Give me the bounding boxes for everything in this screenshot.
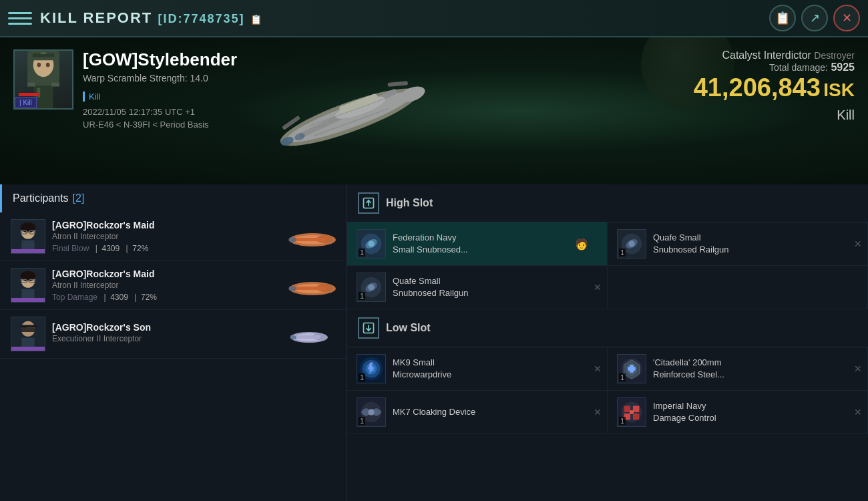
slot-close-btn-cloak[interactable]: ✕ <box>594 407 602 418</box>
slot-close-btn-3[interactable]: ✕ <box>594 282 602 293</box>
slot-icon-dmgctrl: 1 <box>617 397 646 427</box>
bottom-section: Participants [2] <box>0 184 868 501</box>
slot-icon-mwd: 1 <box>357 354 386 383</box>
participant-ship-img-1 <box>276 220 336 253</box>
svg-rect-50 <box>20 325 36 328</box>
slot-icon-2: 1 <box>617 229 646 259</box>
participant-info-1: [AGRO]Rockzor's Maid Atron II Intercepto… <box>52 220 276 253</box>
high-slot-header: High Slot <box>347 184 868 222</box>
svg-point-56 <box>290 335 296 339</box>
kill-type: Kill <box>694 108 855 123</box>
participants-label: Participants <box>13 192 69 204</box>
svg-rect-20 <box>27 83 35 87</box>
slot-icon-citadella: 1 <box>617 354 646 383</box>
health-bar <box>19 93 39 96</box>
slot-icon-cloak: 1 <box>357 397 386 427</box>
close-button[interactable]: ✕ <box>833 5 860 31</box>
pilot-icon: 🧑 <box>575 238 588 251</box>
svg-rect-21 <box>51 83 59 87</box>
low-slot-item-4[interactable]: 1 Imperial NavyDamage Control ✕ <box>608 391 868 434</box>
participant-ship: Atron II Interceptor <box>52 232 276 241</box>
header-title: KILL REPORT [ID:7748735] 📋 <box>40 9 769 27</box>
slot-item-name-1: Federation NavySmall Snubnosed... <box>393 232 468 256</box>
kill-id: [ID:7748735] <box>158 12 244 25</box>
isk-value: 41,206,843 <box>694 73 821 102</box>
isk-label: ISK <box>823 79 855 100</box>
rank-bar <box>11 298 45 302</box>
participant-name: [AGRO]Rockzor's Son <box>52 322 276 333</box>
svg-point-33 <box>288 237 296 242</box>
participant-ship-img-3 <box>276 317 336 351</box>
high-slot-item-2[interactable]: 1 Quafe SmallSnubnosed Railgun ✕ <box>608 222 868 266</box>
participant-info-3: [AGRO]Rockzor's Son Executioner II Inter… <box>52 322 276 346</box>
pilot-avatar: | Kill <box>13 49 73 110</box>
slot-close-btn-2[interactable]: ✕ <box>854 238 862 249</box>
svg-rect-93 <box>630 410 634 414</box>
kill-badge: | Kill <box>15 97 37 108</box>
slot-item-name-2: Quafe SmallSnubnosed Railgun <box>653 232 728 256</box>
ship-type: Destroyer <box>814 50 855 61</box>
svg-rect-18 <box>34 86 53 108</box>
hero-right: Catalyst Interdictor Destroyer Total dam… <box>694 49 855 123</box>
low-slot-item-1[interactable]: 1 MK9 SmallMicrowarpdrive ✕ <box>347 347 608 391</box>
low-slot-icon <box>358 317 379 339</box>
high-slot-label: High Slot <box>386 197 433 209</box>
hero-section: | Kill [GOW]Stylebender Warp Scramble St… <box>0 37 868 184</box>
rank-bar <box>11 249 45 253</box>
participant-ship: Atron II Interceptor <box>52 281 276 290</box>
svg-rect-92 <box>633 413 640 420</box>
svg-point-66 <box>628 240 635 247</box>
participant-avatar-1 <box>11 219 45 254</box>
svg-point-16 <box>37 63 41 67</box>
svg-rect-83 <box>628 367 635 371</box>
high-slot-grid: 1 Federation NavySmall Snubnosed... 🧑 1 … <box>347 222 868 309</box>
low-slot-item-2[interactable]: 1 'Citadella' 200mmReinforced Steel... ✕ <box>608 347 868 391</box>
participants-count: [2] <box>73 192 85 204</box>
svg-point-45 <box>288 286 296 291</box>
participant-name: [AGRO]Rockzor's Maid <box>52 220 276 230</box>
svg-rect-89 <box>624 405 631 412</box>
svg-rect-4 <box>388 81 408 87</box>
slot-item-name-mwd: MK9 SmallMicrowarpdrive <box>393 357 451 381</box>
participant-name: [AGRO]Rockzor's Maid <box>52 269 276 279</box>
participant-row: [AGRO]Rockzor's Maid Atron II Intercepto… <box>0 261 347 310</box>
high-slot-item-4 <box>608 266 868 309</box>
slots-panel: High Slot 1 Federation NavySmall Snubnos… <box>347 184 868 501</box>
svg-rect-48 <box>20 327 35 332</box>
rank-bar <box>11 347 45 351</box>
ship-image <box>240 57 454 164</box>
low-slot-label: Low Slot <box>386 322 431 334</box>
slot-close-btn-mwd[interactable]: ✕ <box>594 363 602 374</box>
low-slot-grid: 1 MK9 SmallMicrowarpdrive ✕ <box>347 347 868 434</box>
participant-stats: Final Blow | 4309 | 72% <box>52 244 276 253</box>
svg-point-17 <box>46 63 50 67</box>
slot-item-name-dmgctrl: Imperial NavyDamage Control <box>653 400 716 424</box>
slot-item-name-citadella: 'Citadella' 200mmReinforced Steel... <box>653 357 724 381</box>
share-button[interactable]: ↗ <box>801 5 828 31</box>
header: KILL REPORT [ID:7748735] 📋 📋 ↗ ✕ <box>0 0 868 37</box>
kill-label: Kill <box>83 92 100 102</box>
low-slot-item-3[interactable]: 1 MK7 Cloaking Device ✕ <box>347 391 608 434</box>
participant-row: [AGRO]Rockzor's Son Executioner II Inter… <box>0 310 347 359</box>
participant-stats: Top Damage | 4309 | 72% <box>52 293 276 302</box>
slot-close-btn-dmgctrl[interactable]: ✕ <box>854 407 862 418</box>
report-button[interactable]: 📋 <box>769 5 796 31</box>
high-slot-icon <box>358 192 379 214</box>
total-damage-label: Total damage: <box>769 62 828 73</box>
participant-avatar-2 <box>11 268 45 303</box>
svg-rect-15 <box>30 57 57 61</box>
menu-icon[interactable] <box>8 6 32 30</box>
total-damage-value: 5925 <box>831 61 855 73</box>
low-slot-header: Low Slot <box>347 309 868 347</box>
slot-icon-3: 1 <box>357 273 386 302</box>
participant-row: [AGRO]Rockzor's Maid Atron II Intercepto… <box>0 212 347 261</box>
slot-close-btn-citadella[interactable]: ✕ <box>854 363 862 374</box>
high-slot-item-3[interactable]: 1 Quafe SmallSnubnosed Railgun ✕ <box>347 266 608 309</box>
slot-icon-1: 1 <box>357 229 386 259</box>
svg-point-62 <box>368 240 375 247</box>
ship-class: Catalyst Interdictor <box>722 49 811 61</box>
svg-point-70 <box>368 284 375 291</box>
participants-panel: Participants [2] <box>0 184 347 501</box>
high-slot-item-1[interactable]: 1 Federation NavySmall Snubnosed... 🧑 <box>347 222 608 266</box>
svg-rect-90 <box>633 405 640 412</box>
